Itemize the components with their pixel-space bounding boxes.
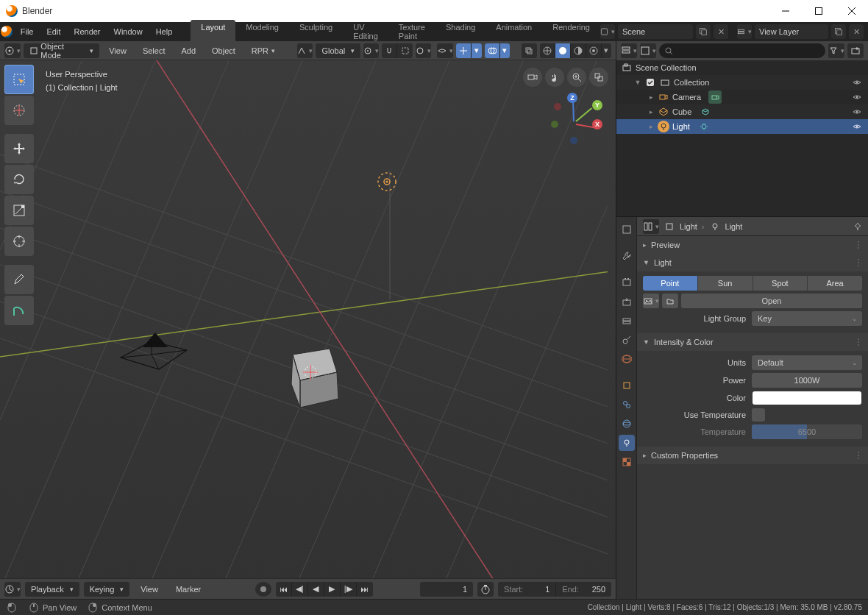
tree-item-cube[interactable]: ▸ Cube: [616, 104, 868, 119]
scene-browse-button[interactable]: [600, 24, 615, 39]
shading-dropdown[interactable]: ▾: [602, 43, 611, 58]
props-editor-dropdown[interactable]: [643, 219, 659, 234]
props-tab-data[interactable]: [619, 435, 635, 451]
props-tab-texture[interactable]: [619, 454, 635, 470]
scene-name-input[interactable]: [622, 27, 689, 36]
gizmo-ortho-toggle[interactable]: [589, 68, 608, 87]
axis-x[interactable]: X: [592, 119, 602, 129]
navigation-gizmo[interactable]: X Y Z: [551, 93, 602, 144]
shading-rendered[interactable]: [586, 43, 602, 58]
scene-name-field[interactable]: [618, 24, 693, 39]
panel-preview-header[interactable]: ▸ Preview: [637, 236, 868, 254]
gizmo-zoom[interactable]: [567, 68, 586, 87]
eye-icon[interactable]: [852, 107, 862, 117]
gizmo-camera-view[interactable]: [523, 68, 542, 87]
tool-annotate[interactable]: [4, 265, 34, 294]
mode-dropdown[interactable]: Object Mode: [24, 43, 99, 58]
shading-solid[interactable]: [555, 43, 571, 58]
color-field[interactable]: [752, 391, 862, 405]
jump-prev-keyframe[interactable]: ◀|: [292, 582, 308, 597]
autokey-toggle[interactable]: [255, 582, 271, 597]
viewlayer-name-input[interactable]: [759, 27, 824, 36]
snap-toggle[interactable]: [382, 43, 397, 58]
editor-type-dropdown[interactable]: [4, 43, 21, 58]
units-select[interactable]: Default ⌵: [752, 355, 862, 370]
light-type-area[interactable]: Area: [808, 276, 862, 291]
jump-to-end[interactable]: ⏭: [357, 582, 373, 597]
props-tab-object[interactable]: [619, 377, 635, 394]
play-forward[interactable]: ▶: [324, 582, 341, 597]
tab-modeling[interactable]: Modeling: [235, 20, 289, 43]
eye-icon[interactable]: [852, 77, 862, 88]
viewlayer-name-field[interactable]: [755, 24, 828, 39]
show-gizmo-toggle[interactable]: [456, 43, 472, 58]
props-tab-viewlayer[interactable]: [619, 313, 635, 329]
tab-texture-paint[interactable]: Texture Paint: [388, 20, 435, 43]
props-tab-output[interactable]: [619, 294, 635, 310]
pin-icon[interactable]: [853, 222, 862, 231]
eye-icon[interactable]: [852, 121, 862, 132]
panel-intensity-header[interactable]: ▼ Intensity & Color: [637, 333, 868, 351]
tab-rendering[interactable]: Rendering: [542, 20, 600, 43]
mesh-data-icon[interactable]: [699, 105, 712, 118]
light-type-sun[interactable]: Sun: [698, 276, 753, 291]
menu-render[interactable]: Render: [67, 24, 107, 40]
viewport-menu-view[interactable]: View: [102, 43, 133, 59]
frame-end-field[interactable]: End: 250: [556, 582, 611, 597]
menu-window[interactable]: Window: [107, 24, 149, 40]
tab-shading[interactable]: Shading: [435, 20, 485, 43]
tree-disclosure-icon[interactable]: ▼: [634, 79, 641, 86]
outliner-display-mode[interactable]: [640, 43, 656, 58]
timeline-editor-type[interactable]: [4, 582, 21, 597]
menu-edit[interactable]: Edit: [40, 24, 67, 40]
outliner-filter[interactable]: [828, 43, 844, 58]
tool-select-box[interactable]: [4, 65, 34, 94]
play-reverse[interactable]: ◀: [308, 582, 324, 597]
props-tab-world[interactable]: [619, 351, 635, 367]
scene-new-button[interactable]: [696, 24, 711, 39]
viewlayer-new-button[interactable]: [831, 24, 846, 39]
overlays-dropdown[interactable]: ▾: [500, 43, 510, 58]
scene-delete-button[interactable]: ✕: [714, 24, 728, 39]
temperature-field[interactable]: 6500: [752, 424, 862, 439]
tab-layout[interactable]: Layout: [191, 20, 235, 43]
timeline-playback-menu[interactable]: Playback: [25, 582, 79, 597]
orientation-icon[interactable]: [297, 43, 313, 58]
menu-help[interactable]: Help: [149, 24, 179, 40]
blender-menu-icon[interactable]: [0, 22, 14, 41]
viewport-menu-rpr[interactable]: RPR: [245, 43, 282, 59]
light-group-select[interactable]: Key ⌵: [752, 311, 862, 326]
shading-wireframe[interactable]: [540, 43, 555, 58]
gizmo-pan[interactable]: [545, 68, 564, 87]
open-button[interactable]: Open: [681, 294, 862, 308]
tool-rotate[interactable]: [4, 165, 34, 194]
checkbox-icon[interactable]: [644, 77, 656, 88]
light-type-spot[interactable]: Spot: [753, 276, 808, 291]
orientation-dropdown[interactable]: Global: [316, 43, 360, 58]
props-tab-physics[interactable]: [619, 416, 635, 432]
props-tab-constraints[interactable]: [619, 397, 635, 413]
shading-lookdev[interactable]: [571, 43, 586, 58]
tool-transform[interactable]: [4, 227, 34, 256]
power-field[interactable]: 1000W: [752, 373, 862, 388]
current-frame-field[interactable]: 1: [420, 582, 473, 597]
tree-disclosure-icon[interactable]: ▸: [647, 123, 655, 130]
timeline-marker-menu[interactable]: Marker: [169, 581, 207, 597]
snap-target-dropdown[interactable]: [397, 43, 413, 58]
viewport-3d[interactable]: User Perspective (1) Collection | Light: [0, 60, 616, 578]
tree-collection[interactable]: ▼ Collection: [616, 75, 868, 90]
axis-y[interactable]: Y: [592, 100, 602, 110]
axis-z[interactable]: Z: [567, 93, 577, 103]
xray-toggle[interactable]: [522, 43, 537, 58]
timeline-keying-menu[interactable]: Keying: [84, 582, 130, 597]
axis-neg-y[interactable]: [551, 121, 558, 128]
tool-scale[interactable]: [4, 196, 34, 225]
menu-file[interactable]: File: [14, 24, 40, 40]
eye-icon[interactable]: [852, 92, 862, 102]
props-editor-type[interactable]: [619, 221, 635, 238]
tab-sculpting[interactable]: Sculpting: [289, 20, 343, 43]
proportional-edit-dropdown[interactable]: [416, 43, 431, 58]
axis-neg-z[interactable]: [570, 137, 577, 144]
tab-uv-editing[interactable]: UV Editing: [343, 20, 388, 43]
timeline-view-menu[interactable]: View: [134, 581, 165, 597]
